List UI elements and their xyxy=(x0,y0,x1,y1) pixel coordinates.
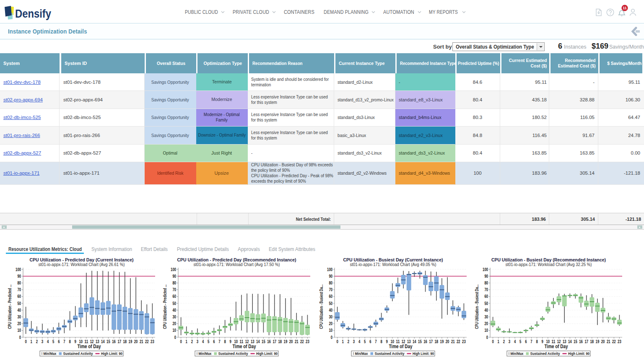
svg-text:30: 30 xyxy=(17,315,21,319)
svg-text:1: 1 xyxy=(186,339,188,344)
svg-text:0: 0 xyxy=(331,335,333,340)
svg-text:22: 22 xyxy=(457,339,460,344)
svg-text:7: 7 xyxy=(218,339,221,344)
svg-text:21: 21 xyxy=(295,339,299,344)
svg-text:40: 40 xyxy=(17,308,21,313)
svg-text:Min/Max: Min/Max xyxy=(199,352,212,356)
svg-text:70: 70 xyxy=(17,287,21,292)
svg-text:5: 5 xyxy=(519,339,522,344)
svg-text:1: 1 xyxy=(31,339,33,344)
svg-text:Min/Max: Min/Max xyxy=(44,352,57,356)
svg-text:17: 17 xyxy=(429,339,433,344)
svg-text:CPU Utilization - Predicted ..: CPU Utilization - Predicted ... xyxy=(8,284,12,329)
svg-text:2: 2 xyxy=(36,339,38,344)
svg-text:CPU Utilization - Predicted ..: CPU Utilization - Predicted ... xyxy=(163,284,167,329)
svg-text:0: 0 xyxy=(19,335,21,340)
svg-text:Sustained Activity: Sustained Activity xyxy=(218,352,248,356)
svg-text:30: 30 xyxy=(329,315,332,319)
svg-text:60: 60 xyxy=(172,294,176,299)
svg-text:4: 4 xyxy=(514,339,516,344)
svg-text:14: 14 xyxy=(413,339,416,344)
svg-text:30: 30 xyxy=(484,315,488,319)
svg-text:High Limit: 90: High Limit: 90 xyxy=(568,352,589,356)
svg-text:10: 10 xyxy=(172,328,176,333)
svg-text:Time of Day: Time of Day xyxy=(545,344,568,349)
svg-text:20: 20 xyxy=(446,339,449,344)
svg-text:Sustained Activity: Sustained Activity xyxy=(530,352,560,356)
svg-text:40: 40 xyxy=(172,308,176,313)
svg-text:8: 8 xyxy=(536,339,538,344)
svg-text:High Limit: 90: High Limit: 90 xyxy=(101,352,122,356)
svg-text:6: 6 xyxy=(58,339,60,344)
svg-text:50: 50 xyxy=(172,301,176,306)
svg-text:3: 3 xyxy=(353,339,355,344)
svg-text:High Limit: 90: High Limit: 90 xyxy=(413,352,434,356)
svg-text:10: 10 xyxy=(484,328,488,333)
svg-text:15: 15 xyxy=(262,339,265,344)
svg-text:80: 80 xyxy=(17,281,21,285)
svg-text:Time of Day: Time of Day xyxy=(233,344,256,349)
svg-text:9: 9 xyxy=(75,339,77,344)
svg-text:3: 3 xyxy=(509,339,511,344)
svg-text:60: 60 xyxy=(329,294,332,299)
svg-text:90: 90 xyxy=(329,274,332,279)
svg-text:st01-io-appx-171: Workload Cha: st01-io-appx-171: Workload Chart (Avg 32… xyxy=(506,262,592,267)
svg-text:18: 18 xyxy=(435,339,439,344)
svg-text:7: 7 xyxy=(375,339,377,344)
svg-text:2: 2 xyxy=(503,339,505,344)
svg-text:0: 0 xyxy=(180,339,182,344)
svg-text:4: 4 xyxy=(358,339,361,344)
svg-text:CPU Utilization - Predicted Da: CPU Utilization - Predicted Day (Recomme… xyxy=(177,257,296,262)
svg-text:100: 100 xyxy=(16,267,21,272)
svg-text:70: 70 xyxy=(484,287,488,292)
svg-text:21: 21 xyxy=(451,339,455,344)
svg-text:15: 15 xyxy=(574,339,577,344)
svg-text:100: 100 xyxy=(483,267,488,272)
svg-text:14: 14 xyxy=(256,339,260,344)
svg-text:23: 23 xyxy=(151,339,154,344)
svg-text:st01-io-appx-171: Workload Cha: st01-io-appx-171: Workload Chart (Avg 49… xyxy=(350,262,436,267)
svg-text:50: 50 xyxy=(484,301,488,306)
svg-text:16: 16 xyxy=(579,339,583,344)
svg-text:CPU Utilization - Predicted Da: CPU Utilization - Predicted Day (Current… xyxy=(30,257,134,262)
svg-text:7: 7 xyxy=(530,339,532,344)
svg-text:15: 15 xyxy=(418,339,422,344)
svg-text:1: 1 xyxy=(498,339,500,344)
svg-text:20: 20 xyxy=(134,339,138,344)
svg-text:Min/Max: Min/Max xyxy=(355,352,368,356)
svg-text:21: 21 xyxy=(140,339,143,344)
svg-text:6: 6 xyxy=(525,339,527,344)
svg-text:7: 7 xyxy=(63,339,65,344)
svg-text:4: 4 xyxy=(47,339,49,344)
svg-text:20: 20 xyxy=(289,339,293,344)
svg-text:2: 2 xyxy=(348,339,350,344)
svg-text:5: 5 xyxy=(364,339,366,344)
svg-text:90: 90 xyxy=(172,274,176,279)
svg-text:1: 1 xyxy=(342,339,344,344)
svg-text:st01-io-appx-171: Workload Cha: st01-io-appx-171: Workload Chart (Avg 17… xyxy=(194,262,280,267)
svg-text:23: 23 xyxy=(618,339,621,344)
svg-text:st01-io-appx-171: Workload Cha: st01-io-appx-171: Workload Chart (Avg 26… xyxy=(39,262,125,267)
svg-text:22: 22 xyxy=(612,339,616,344)
svg-text:14: 14 xyxy=(568,339,572,344)
svg-text:8: 8 xyxy=(224,339,226,344)
svg-text:16: 16 xyxy=(423,339,427,344)
svg-text:6: 6 xyxy=(369,339,371,344)
svg-text:18: 18 xyxy=(123,339,127,344)
svg-text:70: 70 xyxy=(329,287,332,292)
svg-text:High Limit: 90: High Limit: 90 xyxy=(256,352,278,356)
svg-text:20: 20 xyxy=(601,339,605,344)
svg-text:3: 3 xyxy=(197,339,199,344)
svg-text:2: 2 xyxy=(191,339,193,344)
svg-text:90: 90 xyxy=(484,274,488,279)
svg-text:11: 11 xyxy=(623,6,627,10)
svg-text:0: 0 xyxy=(25,339,27,344)
svg-text:80: 80 xyxy=(484,281,488,285)
svg-text:17: 17 xyxy=(117,339,121,344)
svg-text:60: 60 xyxy=(17,294,21,299)
svg-text:5: 5 xyxy=(52,339,55,344)
svg-text:CPU Utilization - Busiest Day: CPU Utilization - Busiest Day (Recommend… xyxy=(491,257,606,262)
svg-text:80: 80 xyxy=(172,281,176,285)
svg-text:19: 19 xyxy=(440,339,444,344)
svg-text:17: 17 xyxy=(584,339,588,344)
